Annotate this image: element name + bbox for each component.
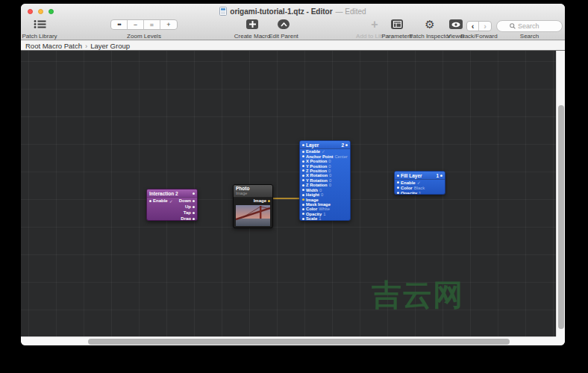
node-layer[interactable]: Layer 2 Enable✓Anchor PointCenterX Posit… [299, 140, 351, 221]
port-value: Center [334, 154, 347, 159]
port-dot[interactable] [268, 200, 270, 202]
layer-index: 2 [341, 142, 344, 148]
viewer-icon [449, 19, 463, 29]
node-subtitle-text: Image [236, 191, 270, 195]
zoom-levels-group: •• − = + Zoom Levels [110, 19, 178, 40]
zoom-out-button[interactable]: − [128, 20, 144, 29]
port-dot[interactable] [193, 192, 195, 195]
port-dot[interactable] [397, 192, 399, 194]
port-dot[interactable] [193, 206, 195, 208]
edit-parent-button[interactable]: Edit Parent [270, 19, 297, 40]
node-photo[interactable]: Photo Image Image [233, 184, 273, 228]
port-dot[interactable] [397, 186, 399, 189]
port-name: Scale [306, 216, 317, 221]
port-name: Opacity [401, 191, 417, 195]
port-dot[interactable] [302, 151, 304, 153]
port-dot[interactable] [302, 198, 304, 201]
create-macro-button[interactable]: Create Macro [236, 19, 269, 40]
port-dot[interactable] [397, 181, 399, 184]
toolbar: Patch Library •• − = + Zoom Levels Creat… [21, 19, 565, 40]
editor-window: origami-tutorial-1.qtz - Editor — Edited… [21, 4, 565, 345]
port-row: Enable✓Down [147, 198, 197, 204]
port-value: Black [414, 186, 425, 190]
port-dot[interactable] [440, 175, 442, 177]
parameters-icon [391, 19, 403, 29]
port-dot[interactable] [345, 144, 348, 146]
breadcrumb-layer-group[interactable]: Layer Group [90, 42, 130, 50]
port-value: 0 [328, 169, 331, 173]
node-title-port [193, 192, 195, 195]
port-dot[interactable] [302, 213, 304, 215]
titlebar[interactable]: origami-tutorial-1.qtz - Editor — Edited [21, 4, 565, 19]
port-name: Mask Image [306, 202, 331, 207]
vertical-scrollbar[interactable] [556, 51, 565, 336]
port-name: Y Rotation [306, 178, 328, 183]
search-input[interactable] [518, 22, 549, 30]
port-name: Width [306, 188, 318, 192]
port-dot[interactable] [302, 204, 304, 206]
port-dot[interactable] [193, 212, 195, 214]
port-dot[interactable] [193, 200, 195, 202]
document-icon[interactable] [219, 7, 227, 16]
node-title: Layer 2 [300, 141, 350, 149]
port-value: 0 [321, 192, 323, 197]
port-dot[interactable] [302, 175, 304, 177]
node-title-text: Fill Layer [401, 173, 422, 178]
patch-library-button[interactable]: Patch Library [22, 19, 57, 40]
parameters-label: Parameters [381, 33, 412, 40]
port-dot[interactable] [302, 189, 304, 191]
edit-parent-label: Edit Parent [269, 33, 298, 40]
port-dot[interactable] [302, 169, 304, 172]
node-title: Fill Layer 1 [395, 172, 445, 180]
scrollbar-corner [556, 336, 565, 345]
patch-inspector-icon: ⚙ [425, 19, 434, 29]
port-name: Z Position [306, 169, 327, 173]
photo-thumbnail [234, 204, 272, 228]
horizontal-scrollbar[interactable] [21, 336, 556, 345]
port-dot[interactable] [302, 144, 304, 146]
port-name: Color [306, 207, 317, 211]
zoom-in-button[interactable]: + [160, 20, 177, 29]
port-dot[interactable] [397, 175, 399, 177]
port-value: 0 [328, 164, 331, 169]
port-dot[interactable] [302, 179, 304, 181]
back-forward-control: ‹ › [466, 21, 492, 31]
node-title-text: Layer [306, 142, 319, 148]
zoom-levels-control: •• − = + [110, 19, 178, 30]
zoom-actual-button[interactable]: •• [111, 20, 128, 29]
port-dot[interactable] [302, 184, 304, 186]
back-button[interactable]: ‹ [467, 22, 479, 31]
forward-button[interactable]: › [479, 22, 491, 31]
node-interaction-2[interactable]: Interaction 2 Enable✓DownUpTapDrag [146, 189, 198, 221]
port-dot[interactable] [149, 200, 151, 202]
port-name: Anchor Point [306, 154, 333, 159]
port-value: 0 [329, 178, 331, 183]
port-dot[interactable] [193, 218, 195, 220]
port-value: White [319, 207, 330, 211]
horizontal-scrollbar-thumb[interactable] [88, 339, 510, 345]
patch-library-label: Patch Library [22, 33, 57, 40]
node-fill-layer[interactable]: Fill Layer 1 Enable✓ColorBlackOpacity1 [394, 171, 445, 195]
port-name: Height [306, 192, 319, 197]
port-name: X Rotation [306, 173, 328, 178]
port-dot[interactable] [302, 194, 304, 196]
zoom-levels-label: Zoom Levels [127, 33, 161, 40]
patch-canvas[interactable]: Interaction 2 Enable✓DownUpTapDrag Photo… [21, 51, 556, 336]
port-value: 0 [328, 159, 331, 163]
port-name: Enable [401, 181, 416, 185]
port-dot[interactable] [302, 160, 304, 163]
zoom-fit-button[interactable]: = [144, 20, 160, 29]
port-name: Color [401, 186, 413, 190]
vertical-scrollbar-thumb[interactable] [558, 105, 564, 329]
port-dot[interactable] [302, 155, 304, 157]
edit-parent-icon [278, 19, 290, 29]
port-dot[interactable] [302, 165, 304, 167]
node-badge: 1 [436, 173, 442, 178]
port-name: Up [185, 204, 191, 209]
port-dot[interactable] [302, 218, 304, 220]
window-title-area: origami-tutorial-1.qtz - Editor — Edited [21, 4, 565, 19]
search-field[interactable] [496, 20, 563, 32]
breadcrumb-root-macro-patch[interactable]: Root Macro Patch [25, 42, 82, 50]
port-dot[interactable] [302, 208, 304, 210]
node-badge: 2 [341, 142, 348, 148]
